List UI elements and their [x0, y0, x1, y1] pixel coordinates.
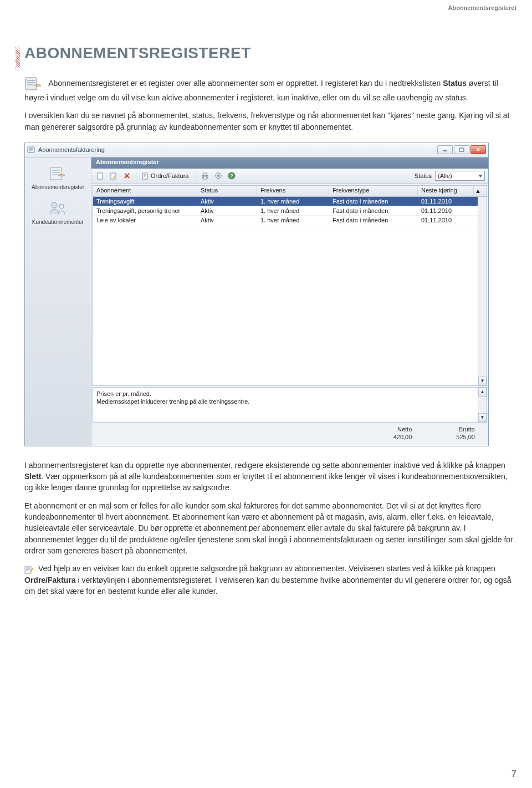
- app-icon: [27, 146, 35, 154]
- intro-paragraph-2: I oversikten kan du se navnet på abonnem…: [24, 110, 516, 133]
- toolbar-separator: [136, 171, 136, 181]
- titlebar[interactable]: Abonnementsfakturering ✕: [25, 143, 488, 157]
- table-row[interactable]: Treningsavgift, personlig trener Aktiv 1…: [93, 206, 487, 216]
- status-dropdown[interactable]: (Alle): [435, 171, 485, 181]
- edit-button[interactable]: [108, 170, 119, 181]
- cell-abonnement: Treningsavgift: [93, 197, 197, 206]
- cell-status: Aktiv: [197, 216, 257, 225]
- col-header-frekvenstype[interactable]: Frekvenstype: [329, 186, 418, 196]
- svg-point-18: [33, 568, 34, 569]
- document-icon: [141, 172, 149, 180]
- maximize-button[interactable]: [454, 145, 469, 154]
- register-icon: [48, 165, 68, 182]
- svg-point-5: [52, 202, 57, 208]
- after-3a: Ved hjelp av en veiviser kan du enkelt o…: [38, 564, 495, 573]
- cell-frekvenstype: Fast dato i måneden: [329, 197, 418, 206]
- svg-rect-11: [203, 173, 207, 175]
- cell-status: Aktiv: [197, 197, 257, 206]
- ordre-faktura-button[interactable]: Ordre/Faktura: [140, 170, 192, 181]
- svg-rect-4: [50, 167, 62, 180]
- help-button[interactable]: ?: [226, 170, 237, 181]
- status-bold: Status: [443, 79, 467, 88]
- cell-frekvens: 1. hver måned: [257, 197, 329, 206]
- toolbar-separator: [196, 171, 196, 181]
- svg-text:?: ?: [231, 173, 234, 179]
- ordre-faktura-label: Ordre/Faktura: [151, 172, 188, 179]
- cell-frekvenstype: Fast dato i måneden: [329, 206, 418, 215]
- scroll-down-arrow[interactable]: ▼: [478, 377, 487, 385]
- new-button[interactable]: [95, 170, 106, 181]
- page-number: 7: [511, 769, 516, 779]
- slett-bold: Slett: [24, 472, 41, 481]
- col-header-frekvens[interactable]: Frekvens: [257, 186, 329, 196]
- status-dropdown-value: (Alle): [438, 172, 452, 179]
- cell-status: Aktiv: [197, 206, 257, 215]
- after-3c: i verktøylinjen i abonnementsregisteret.…: [24, 576, 511, 596]
- scroll-up-arrow[interactable]: ▲: [478, 388, 487, 396]
- cell-abonnement: Treningsavgift, personlig trener: [93, 206, 197, 215]
- cell-abonnement: Leie av lokaler: [93, 216, 197, 225]
- description-scrollbar[interactable]: ▲ ▼: [478, 388, 487, 422]
- sidebar-item-kundeabonnementer[interactable]: Kundeabonnementer: [25, 196, 91, 231]
- cell-frekvenstype: Fast dato i måneden: [329, 216, 418, 225]
- ordre-faktura-bold: Ordre/Faktura: [24, 576, 76, 584]
- sidebar: Abonnementsregister Kundeabonnementer: [25, 157, 91, 446]
- description-box[interactable]: Prisen er pr. måned. Medlemsskapet inklu…: [93, 387, 487, 423]
- window-title: Abonnementsfakturering: [38, 146, 437, 153]
- svg-rect-12: [203, 177, 207, 179]
- minimize-button[interactable]: [437, 145, 453, 154]
- wizard-icon: [24, 565, 34, 574]
- vertical-scrollbar[interactable]: ▼: [478, 197, 487, 385]
- status-filter: Status (Alle): [415, 171, 485, 181]
- main-panel: Abonnementsregister Ordre/Faktura ?: [91, 157, 488, 446]
- after-1c: . Vær oppmerksom på at alle kundeabonnem…: [24, 472, 508, 492]
- netto-value: 420,00: [393, 434, 412, 440]
- col-header-status[interactable]: Status: [197, 186, 257, 196]
- after-paragraph-1: I abonnementsregisteret kan du opprette …: [24, 460, 516, 494]
- description-line-1: Prisen er pr. måned.: [96, 390, 483, 398]
- page-title: ABONNEMENTSREGISTERET: [24, 44, 516, 62]
- intro-text-1a: Abonnementsregisteret er et register ove…: [48, 79, 443, 88]
- col-header-neste[interactable]: Neste kjøring: [418, 186, 473, 196]
- cell-frekvens: 1. hver måned: [257, 206, 329, 215]
- customers-icon: [48, 200, 68, 217]
- after-paragraph-2: Et abonnement er en mal som er felles fo…: [24, 500, 516, 556]
- cell-neste: 01.11.2010: [418, 216, 473, 225]
- after-paragraph-3: Ved hjelp av en veiviser kan du enkelt o…: [24, 563, 516, 597]
- cell-neste: 01.11.2010: [418, 206, 473, 215]
- col-header-abonnement[interactable]: Abonnement: [93, 186, 197, 196]
- heading-accent: [16, 47, 20, 69]
- table-row[interactable]: Leie av lokaler Aktiv 1. hver måned Fast…: [93, 216, 487, 225]
- sidebar-label-0: Abonnementsregister: [27, 184, 89, 190]
- totals-bar: Netto 420,00 Brutto 525,00: [91, 424, 488, 446]
- scroll-up-arrow[interactable]: ▲: [473, 186, 482, 196]
- svg-point-6: [59, 204, 64, 209]
- sidebar-label-1: Kundeabonnementer: [27, 219, 89, 225]
- svg-point-14: [217, 175, 219, 177]
- grid-header: Abonnement Status Frekvens Frekvenstype …: [93, 186, 487, 197]
- status-filter-label: Status: [415, 172, 432, 179]
- grid-rows: Treningsavgift Aktiv 1. hver måned Fast …: [93, 197, 487, 385]
- app-window: Abonnementsfakturering ✕ Abonnementsregi…: [24, 143, 489, 446]
- delete-button[interactable]: [121, 170, 132, 181]
- table-row[interactable]: Treningsavgift Aktiv 1. hver måned Fast …: [93, 197, 487, 206]
- scroll-down-arrow[interactable]: ▼: [478, 413, 487, 422]
- description-line-2: Medlemsskapet inkluderer trening på alle…: [96, 398, 483, 405]
- netto-label: Netto: [393, 426, 412, 433]
- cell-frekvens: 1. hver måned: [257, 216, 329, 225]
- close-button[interactable]: ✕: [470, 145, 486, 154]
- print-button[interactable]: [200, 170, 211, 181]
- brutto-label: Brutto: [456, 426, 475, 433]
- intro-paragraph-1: Abonnementsregisteret er et register ove…: [24, 75, 516, 103]
- svg-rect-3: [459, 148, 464, 151]
- settings-button[interactable]: [213, 170, 224, 181]
- running-header: Abonnementsregisteret: [448, 4, 516, 11]
- grid: Abonnement Status Frekvens Frekvenstype …: [93, 185, 487, 386]
- svg-rect-0: [25, 78, 37, 90]
- register-icon: [24, 75, 43, 92]
- brutto-value: 525,00: [456, 434, 475, 440]
- panel-header: Abonnementsregister: [91, 157, 488, 169]
- sidebar-item-abonnementsregister[interactable]: Abonnementsregister: [25, 161, 91, 196]
- toolbar: Ordre/Faktura ? Status (Alle): [91, 169, 488, 184]
- after-1a: I abonnementsregisteret kan du opprette …: [24, 461, 505, 470]
